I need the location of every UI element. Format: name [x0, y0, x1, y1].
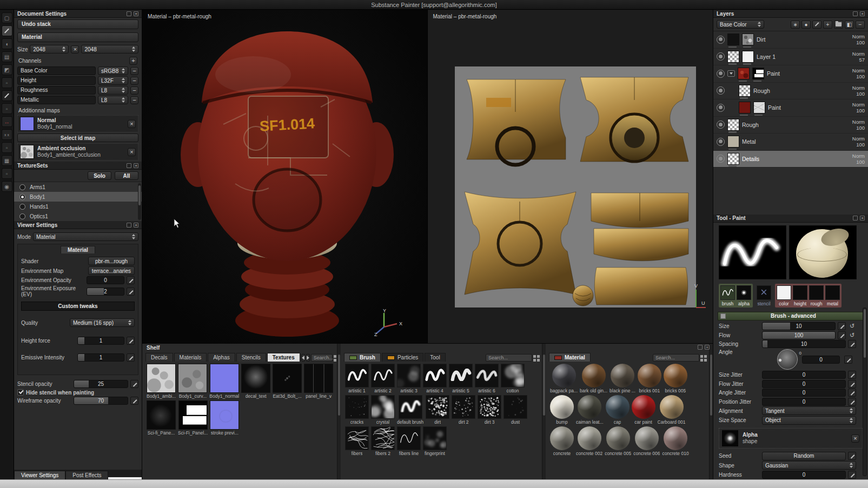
- search-input[interactable]: Search...: [486, 354, 532, 362]
- value-slider[interactable]: 1: [77, 353, 124, 362]
- material-item[interactable]: concrete 006: [633, 426, 660, 456]
- texture-set-scrollbar[interactable]: [138, 183, 141, 220]
- radio-icon[interactable]: [19, 194, 25, 200]
- brush-item[interactable]: cracks: [345, 395, 369, 425]
- layer-row[interactable]: DirtNorm100: [713, 31, 868, 49]
- tool-panel-scrollbar[interactable]: [863, 307, 867, 477]
- brush-item[interactable]: artistic 2: [371, 364, 395, 393]
- visibility-icon[interactable]: [717, 52, 725, 61]
- dock-panel-icon[interactable]: [127, 163, 131, 168]
- radio-icon[interactable]: [19, 204, 25, 210]
- edit-icon[interactable]: [127, 337, 135, 345]
- search-input[interactable]: Search...: [311, 354, 333, 362]
- material-item[interactable]: cap: [606, 395, 630, 425]
- size-dropdown[interactable]: 2048: [30, 45, 69, 54]
- shelf-tab-particles[interactable]: Particles: [382, 353, 423, 362]
- texture-set-item[interactable]: Optics1: [14, 211, 142, 221]
- visibility-icon[interactable]: [717, 138, 725, 146]
- brush-item[interactable]: dirt 2: [452, 395, 475, 425]
- add-mask-icon[interactable]: ●: [801, 21, 811, 29]
- dock-icon[interactable]: ▢: [2, 12, 12, 23]
- brush-item[interactable]: dirt 3: [478, 395, 501, 425]
- material-button[interactable]: Material: [17, 32, 138, 42]
- clear-alpha-button[interactable]: ×: [851, 434, 859, 443]
- pressure-icon[interactable]: ↺: [848, 331, 856, 339]
- brush-item[interactable]: default brush: [397, 395, 423, 425]
- uv-tool-icon[interactable]: x x: [2, 129, 12, 140]
- channel-name-field[interactable]: Height: [17, 76, 96, 85]
- remove-channel-button[interactable]: −: [130, 77, 138, 85]
- clear-map-button[interactable]: ×: [128, 148, 136, 156]
- edit-icon[interactable]: [127, 288, 135, 296]
- add-layer-icon[interactable]: +: [823, 21, 832, 29]
- channel-button-alpha[interactable]: alpha: [737, 285, 751, 300]
- viewport-2d[interactable]: Material – pbr-metal-rough: [428, 10, 713, 343]
- stencil-opacity-slider[interactable]: 25: [74, 380, 128, 388]
- eyedropper-tool-icon[interactable]: [2, 90, 12, 101]
- paint-brush-tool-icon[interactable]: [2, 25, 12, 36]
- layer-row[interactable]: MetalNorm100: [713, 133, 868, 151]
- delete-layer-icon[interactable]: −: [856, 21, 865, 29]
- param-slider[interactable]: 10: [762, 340, 846, 348]
- material-item[interactable]: caiman leat...: [576, 395, 604, 425]
- param-slider[interactable]: 0: [762, 471, 846, 479]
- add-folder-icon[interactable]: [834, 21, 843, 29]
- symmetry-tool-icon[interactable]: ↔: [2, 116, 12, 127]
- resources-tool-icon[interactable]: ▦: [2, 155, 12, 166]
- scroll-left-icon[interactable]: [301, 354, 305, 362]
- radio-icon[interactable]: [19, 184, 25, 190]
- channel-button-brush[interactable]: brush: [720, 285, 735, 300]
- tool-slot-icon[interactable]: ▫: [2, 168, 12, 179]
- material-item[interactable]: bark old gin...: [580, 364, 607, 393]
- brush-item[interactable]: crystal: [371, 395, 395, 425]
- channel-button-metal[interactable]: metal: [825, 285, 840, 300]
- param-slider[interactable]: 0: [762, 380, 846, 388]
- add-channel-button[interactable]: +: [129, 57, 137, 65]
- channel-button-rough[interactable]: rough: [809, 285, 824, 300]
- tool-slot-icon[interactable]: ▫: [2, 77, 12, 88]
- texture-item[interactable]: Body1_curv...: [178, 364, 207, 399]
- pressure-icon[interactable]: ↺: [848, 322, 856, 330]
- edit-icon[interactable]: [848, 340, 856, 348]
- edit-icon[interactable]: [848, 452, 856, 460]
- layer-row[interactable]: PaintNorm100: [713, 65, 868, 83]
- channel-button-color[interactable]: color: [777, 285, 791, 300]
- visibility-icon[interactable]: [717, 36, 725, 44]
- remove-channel-button[interactable]: −: [130, 96, 138, 104]
- texture-item[interactable]: Sci-fi_Pane...: [147, 400, 176, 436]
- left-bottom-tab[interactable]: Viewer Settings: [14, 471, 65, 479]
- grid-view-icon[interactable]: [700, 355, 707, 362]
- material-item[interactable]: concrete 002: [576, 426, 602, 456]
- close-panel-icon[interactable]: ×: [134, 223, 138, 228]
- pen-icon[interactable]: [812, 21, 821, 29]
- scroll-right-icon[interactable]: [306, 354, 310, 362]
- shelf-tab-materials[interactable]: Materials: [174, 353, 207, 362]
- brush-item[interactable]: fingerprint: [423, 426, 447, 456]
- wireframe-opacity-slider[interactable]: 70: [74, 397, 128, 405]
- edit-icon[interactable]: [838, 322, 846, 330]
- radio-icon[interactable]: [19, 213, 25, 219]
- tool-slot-icon[interactable]: ▫: [2, 142, 12, 153]
- brush-item[interactable]: artistic 4: [423, 364, 447, 393]
- visibility-icon[interactable]: [717, 155, 725, 163]
- material-item[interactable]: bricks 005: [664, 364, 687, 393]
- add-effect-icon[interactable]: ∗: [791, 21, 800, 29]
- remove-channel-button[interactable]: −: [130, 67, 138, 75]
- edit-icon[interactable]: [127, 353, 135, 362]
- folder-expand-icon[interactable]: [727, 70, 735, 77]
- layer-row[interactable]: DetailsNorm100: [713, 151, 868, 168]
- channel-format-dropdown[interactable]: L8: [98, 86, 128, 95]
- search-input[interactable]: Search...: [653, 354, 699, 362]
- edit-icon[interactable]: [127, 276, 135, 284]
- shelf-tab-material[interactable]: Material: [549, 353, 591, 362]
- close-panel-icon[interactable]: ×: [705, 345, 710, 350]
- close-panel-icon[interactable]: ×: [860, 216, 865, 220]
- brush-item[interactable]: dust: [503, 395, 527, 425]
- visibility-icon[interactable]: [717, 121, 725, 129]
- brush-item[interactable]: dirt: [426, 395, 449, 425]
- param-dropdown[interactable]: Gaussian: [762, 461, 856, 470]
- texture-item[interactable]: Body1_normal: [209, 364, 239, 399]
- viewer-field-button[interactable]: pbr-m...rough: [88, 257, 135, 265]
- material-item[interactable]: concrete 010: [662, 426, 688, 456]
- param-slider[interactable]: 0: [762, 389, 846, 397]
